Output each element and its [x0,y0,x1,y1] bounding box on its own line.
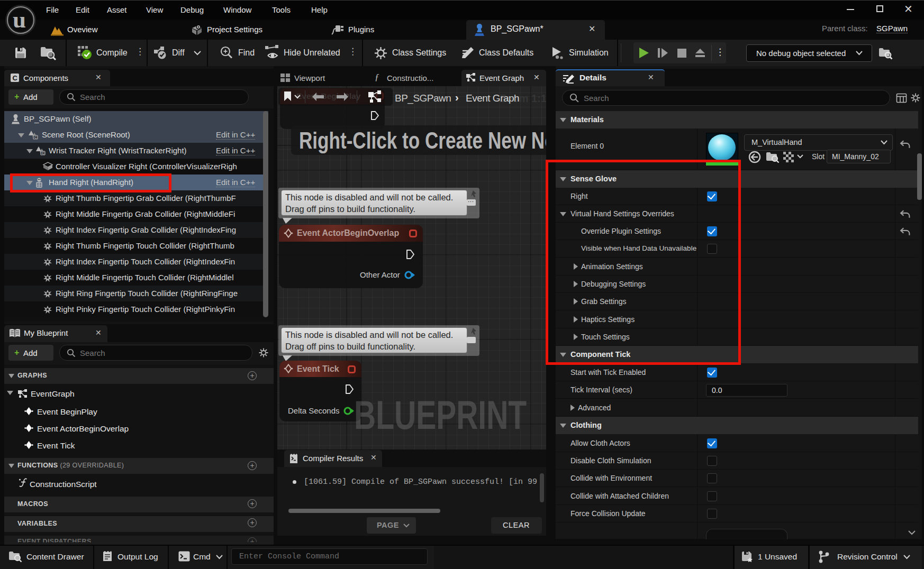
svg-text:C: C [12,74,17,82]
svg-text:C: C [34,135,37,139]
svg-text:C: C [42,151,44,155]
